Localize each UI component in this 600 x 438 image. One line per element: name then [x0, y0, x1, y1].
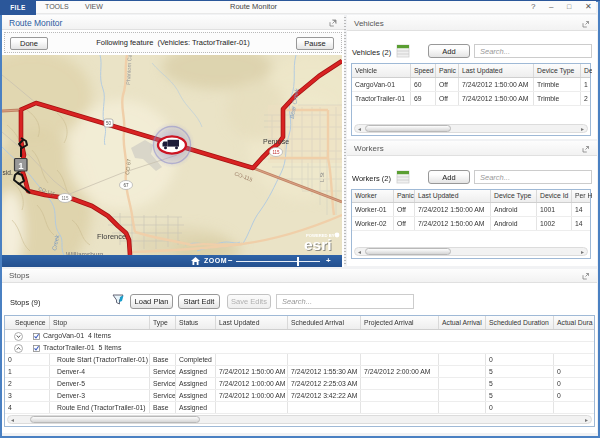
svg-text:Phantom Canyon: Phantom Canyon	[125, 55, 133, 85]
svg-text:esri: esri	[304, 236, 332, 253]
svg-text:50: 50	[106, 121, 112, 126]
svg-text:t.sid.: t.sid.	[2, 169, 13, 176]
svg-text:115: 115	[272, 150, 280, 155]
svg-text:67: 67	[123, 183, 129, 188]
svg-text:1: 1	[18, 160, 24, 171]
svg-text:115: 115	[61, 196, 69, 201]
svg-text:L St: L St	[319, 172, 325, 182]
svg-text:CO-115: CO-115	[234, 170, 254, 182]
svg-text:Penrose: Penrose	[263, 138, 289, 145]
svg-text:Florence: Florence	[97, 232, 126, 241]
